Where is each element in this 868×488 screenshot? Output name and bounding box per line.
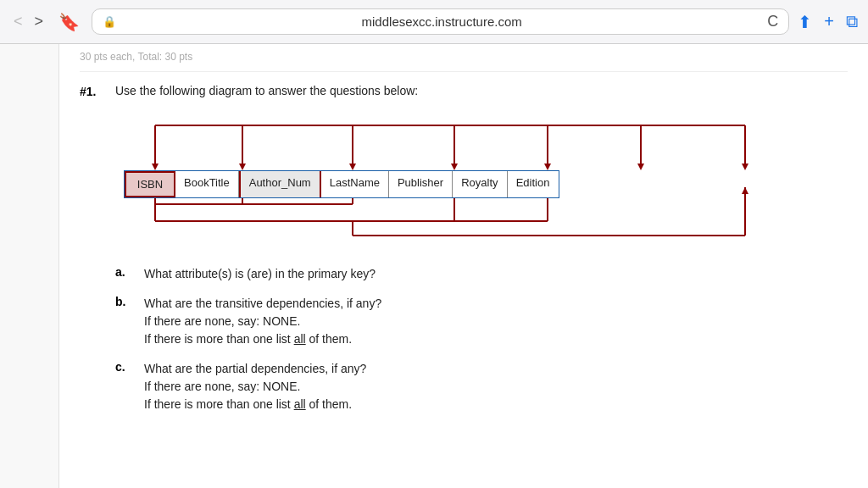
sub-question-b: b. What are the transitive dependencies,…	[115, 295, 848, 348]
svg-marker-14	[544, 164, 551, 170]
bookmarks-icon[interactable]: 🔖	[58, 12, 80, 32]
field-publisher: Publisher	[389, 171, 453, 197]
field-royalty: Royalty	[453, 171, 507, 197]
top-bar: 30 pts each, Total: 30 pts	[80, 44, 848, 72]
url-text: middlesexcc.instructure.com	[121, 14, 762, 29]
question-body: Use the following diagram to answer the …	[115, 84, 848, 425]
reload-button[interactable]: C	[767, 13, 778, 30]
sub-text-a: What attribute(s) is (are) in the primar…	[144, 265, 376, 283]
svg-marker-16	[637, 164, 644, 170]
underline-all-c: all	[294, 397, 306, 411]
diagram-container: ISBN BookTitle Author_Num LastName Publi…	[115, 113, 776, 248]
question-text: Use the following diagram to answer the …	[115, 84, 848, 97]
sub-label-b: b.	[115, 295, 132, 348]
sub-text-c: What are the partial dependencies, if an…	[144, 360, 366, 413]
svg-marker-6	[239, 164, 246, 170]
svg-marker-18	[742, 164, 748, 170]
svg-marker-12	[451, 164, 458, 170]
page-content: 30 pts each, Total: 30 pts #1. Use the f…	[0, 44, 868, 488]
forward-button[interactable]: >	[31, 11, 47, 32]
browser-chrome: < > 🔖 🔒 middlesexcc.instructure.com C ⬆ …	[0, 0, 868, 44]
field-edition: Edition	[508, 171, 559, 197]
sub-label-c: c.	[115, 360, 132, 413]
field-isbn: ISBN	[125, 171, 175, 197]
main-content: 30 pts each, Total: 30 pts #1. Use the f…	[59, 44, 868, 488]
svg-marker-35	[742, 187, 748, 194]
fields-row: ISBN BookTitle Author_Num LastName Publi…	[124, 170, 559, 198]
svg-marker-4	[152, 164, 159, 170]
address-bar[interactable]: 🔒 middlesexcc.instructure.com C	[92, 8, 789, 35]
sub-question-c: c. What are the partial dependencies, if…	[115, 360, 848, 413]
field-booktitle: BookTitle	[175, 171, 239, 197]
toolbar-right: ⬆ + ⧉	[798, 12, 858, 32]
sub-text-b: What are the transitive dependencies, if…	[144, 295, 381, 348]
question-block: #1. Use the following diagram to answer …	[80, 84, 848, 425]
share-button[interactable]: ⬆	[798, 12, 812, 32]
field-lastname: LastName	[321, 171, 389, 197]
duplicate-tab-button[interactable]: ⧉	[846, 12, 858, 31]
underline-all-b: all	[294, 332, 306, 346]
sub-label-a: a.	[115, 265, 132, 283]
field-author-num: Author_Num	[239, 171, 321, 197]
add-tab-button[interactable]: +	[824, 12, 834, 31]
sidebar	[0, 44, 59, 488]
nav-buttons: < >	[10, 11, 47, 32]
back-button[interactable]: <	[10, 11, 26, 32]
question-number: #1.	[80, 84, 105, 425]
lock-icon: 🔒	[103, 15, 116, 28]
svg-marker-10	[349, 164, 356, 170]
sub-question-a: a. What attribute(s) is (are) in the pri…	[115, 265, 848, 283]
